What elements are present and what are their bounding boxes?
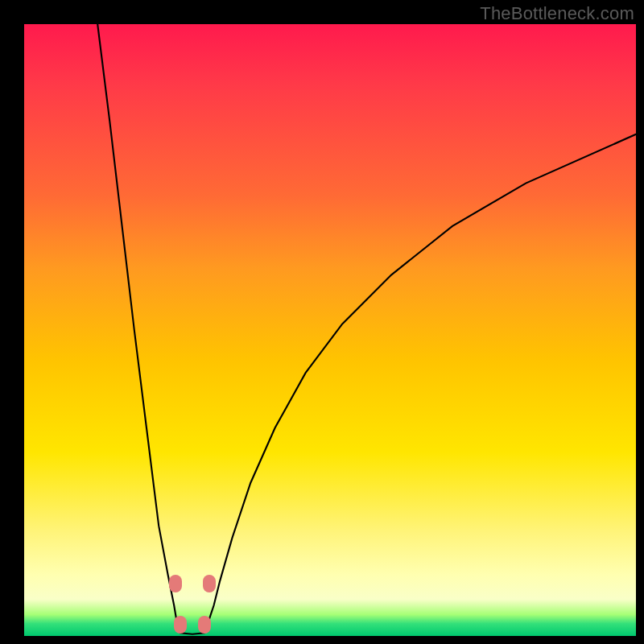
valley-marker [174,616,187,634]
valley-marker [198,616,211,634]
chart-frame: TheBottleneck.com [0,0,644,644]
bottleneck-curve-path [97,24,636,634]
valley-marker [203,575,216,592]
watermark-text: TheBottleneck.com [480,3,634,24]
plot-area [24,24,636,636]
bottleneck-curve [24,24,636,636]
valley-marker [169,575,182,592]
